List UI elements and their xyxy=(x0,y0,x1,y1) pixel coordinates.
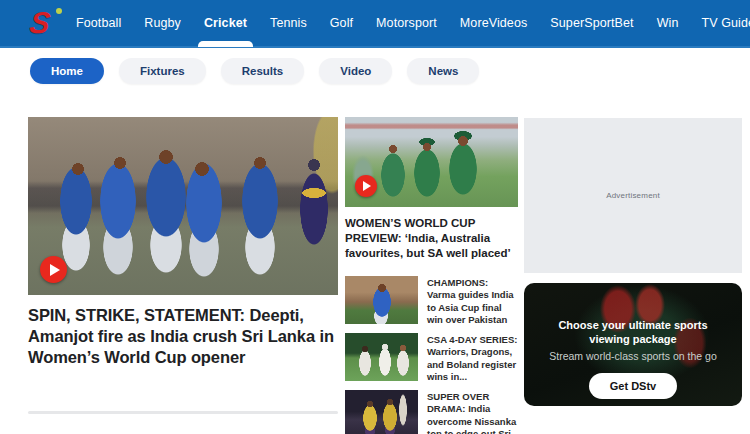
promo-title: Choose your ultimate sports viewing pack… xyxy=(538,318,728,347)
news-headline[interactable]: CSA 4-DAY SERIES: Warriors, Dragons, and… xyxy=(427,334,518,384)
news-list: CHAMPIONS: Varma guides India to Asia Cu… xyxy=(345,276,518,434)
tab-results[interactable]: Results xyxy=(221,58,305,84)
dstv-promo-banner[interactable]: Choose your ultimate sports viewing pack… xyxy=(524,283,742,406)
nav-item-supersportbet[interactable]: SuperSportBet xyxy=(550,0,633,47)
next-card-edge xyxy=(28,411,338,414)
news-thumbnail[interactable] xyxy=(345,276,418,324)
logo-letter: S xyxy=(28,8,52,38)
logo-dot xyxy=(56,8,62,14)
nav-item-motorsport[interactable]: Motorsport xyxy=(376,0,437,47)
news-headline[interactable]: CHAMPIONS: Varma guides India to Asia Cu… xyxy=(427,277,518,327)
hero-headline[interactable]: SPIN, STRIKE, STATEMENT: Deepti, Amanjot… xyxy=(28,305,338,368)
nav-item-tennis[interactable]: Tennis xyxy=(270,0,307,47)
nav-item-golf[interactable]: Golf xyxy=(330,0,353,47)
top-navigation: S Football Rugby Cricket Tennis Golf Mot… xyxy=(0,0,750,48)
section-tabs: Home Fixtures Results Video News xyxy=(30,58,479,84)
right-sidebar: Advertisement Choose your ultimate sport… xyxy=(524,118,742,406)
news-headline[interactable]: SUPER OVER DRAMA: India overcome Nissank… xyxy=(427,391,518,434)
secondary-column: WOMEN’S WORLD CUP PREVIEW: ‘India, Austr… xyxy=(345,117,518,434)
nav-item-rugby[interactable]: Rugby xyxy=(144,0,181,47)
list-item[interactable]: SUPER OVER DRAMA: India overcome Nissank… xyxy=(345,390,518,434)
hero-article: SPIN, STRIKE, STATEMENT: Deepti, Amanjot… xyxy=(28,117,338,368)
supersport-logo[interactable]: S xyxy=(30,0,50,47)
nav-item-more[interactable]: More xyxy=(460,0,489,47)
nav-item-tv-guide[interactable]: TV Guide xyxy=(701,0,750,47)
play-icon[interactable] xyxy=(40,256,67,283)
tab-video[interactable]: Video xyxy=(319,58,392,84)
tab-home[interactable]: Home xyxy=(30,58,104,84)
nav-item-football[interactable]: Football xyxy=(76,0,121,47)
nav-item-cricket[interactable]: Cricket xyxy=(204,0,247,47)
promo-subtitle: Stream world-class sports on the go xyxy=(549,350,717,364)
get-dstv-button[interactable]: Get DStv xyxy=(589,373,677,399)
advertisement-placeholder: Advertisement xyxy=(524,118,742,273)
hero-image[interactable] xyxy=(28,117,338,295)
primary-nav: Football Rugby Cricket Tennis Golf Motor… xyxy=(76,0,489,47)
tab-fixtures[interactable]: Fixtures xyxy=(119,58,206,84)
nav-item-videos[interactable]: Videos xyxy=(489,0,528,47)
list-item[interactable]: CSA 4-DAY SERIES: Warriors, Dragons, and… xyxy=(345,333,518,384)
list-item[interactable]: CHAMPIONS: Varma guides India to Asia Cu… xyxy=(345,276,518,327)
news-thumbnail[interactable] xyxy=(345,390,418,434)
advertisement-label: Advertisement xyxy=(606,191,660,200)
tab-news[interactable]: News xyxy=(407,58,479,84)
supersport-cricket-page: S Football Rugby Cricket Tennis Golf Mot… xyxy=(0,0,750,434)
nav-item-win[interactable]: Win xyxy=(657,0,679,47)
secondary-image[interactable] xyxy=(345,117,518,207)
secondary-headline[interactable]: WOMEN’S WORLD CUP PREVIEW: ‘India, Austr… xyxy=(345,216,518,262)
primary-nav-right: Videos SuperSportBet Win TV Guide xyxy=(489,0,750,47)
news-thumbnail[interactable] xyxy=(345,333,418,381)
play-icon[interactable] xyxy=(355,175,377,197)
